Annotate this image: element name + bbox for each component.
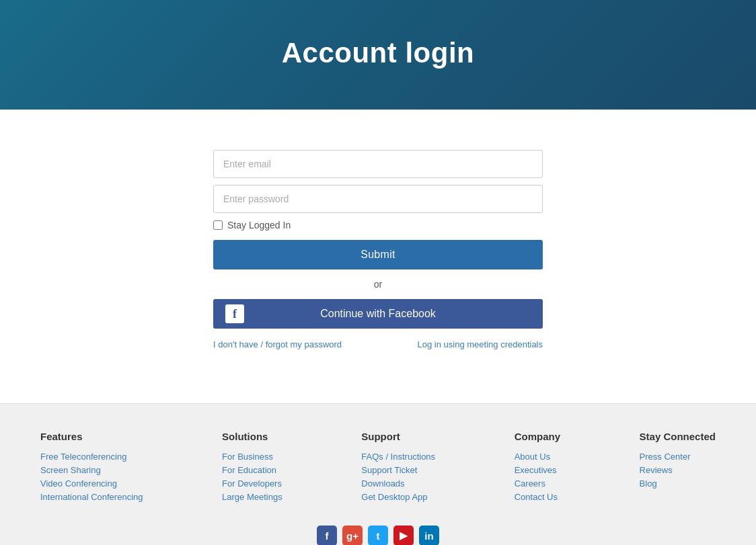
footer-columns: FeaturesFree TeleconferencingScreen Shar… (40, 431, 716, 505)
linkedin-icon[interactable]: in (419, 526, 439, 545)
stay-logged-in-label: Stay Logged In (227, 220, 291, 230)
facebook-login-button[interactable]: f Continue with Facebook (213, 299, 543, 329)
footer-column: SupportFAQs / InstructionsSupport Ticket… (361, 431, 435, 505)
youtube-icon[interactable]: ▶ (393, 526, 414, 545)
footer-column: FeaturesFree TeleconferencingScreen Shar… (40, 431, 143, 505)
footer-column-heading: Support (361, 431, 435, 442)
footer-link[interactable]: Blog (640, 478, 716, 489)
facebook-icon[interactable]: f (317, 526, 337, 545)
footer-column-heading: Company (515, 431, 560, 442)
footer-link[interactable]: Free Teleconferencing (40, 452, 143, 462)
google-plus-icon[interactable]: g+ (342, 526, 363, 545)
twitter-icon[interactable]: t (368, 526, 388, 545)
footer-column-heading: Stay Connected (640, 431, 716, 442)
footer-link[interactable]: About Us (515, 452, 560, 462)
footer-link[interactable]: Executives (515, 465, 560, 475)
footer-link[interactable]: Downloads (361, 478, 435, 489)
page-header: Account login (0, 0, 756, 110)
email-input[interactable] (213, 150, 543, 178)
password-input[interactable] (213, 185, 543, 213)
footer-column: SolutionsFor BusinessFor EducationFor De… (222, 431, 282, 505)
footer-link[interactable]: Large Meetings (222, 492, 282, 502)
footer-column: Stay ConnectedPress CenterReviewsBlog (640, 431, 716, 505)
facebook-btn-label: Continue with Facebook (320, 308, 436, 320)
submit-button[interactable]: Submit (213, 240, 543, 269)
footer: FeaturesFree TeleconferencingScreen Shar… (0, 403, 756, 545)
footer-link[interactable]: For Developers (222, 478, 282, 489)
footer-link[interactable]: Press Center (640, 452, 716, 462)
footer-link[interactable]: FAQs / Instructions (361, 452, 435, 462)
meeting-credentials-link[interactable]: Log in using meeting credentials (418, 339, 543, 349)
footer-column-heading: Solutions (222, 431, 282, 442)
footer-link[interactable]: Get Desktop App (361, 492, 435, 502)
footer-column-heading: Features (40, 431, 143, 442)
footer-link[interactable]: International Conferencing (40, 492, 143, 502)
footer-link[interactable]: Screen Sharing (40, 465, 143, 475)
footer-link[interactable]: Contact Us (515, 492, 560, 502)
login-form: Stay Logged In Submit or f Continue with… (213, 150, 543, 349)
footer-social: fg+t▶in (40, 526, 716, 545)
stay-logged-in-row: Stay Logged In (213, 220, 543, 230)
footer-link[interactable]: Video Conferencing (40, 478, 143, 489)
footer-link[interactable]: For Business (222, 452, 282, 462)
page-title: Account login (13, 37, 743, 69)
footer-column: CompanyAbout UsExecutivesCareersContact … (515, 431, 560, 505)
forgot-password-link[interactable]: I don't have / forgot my password (213, 339, 342, 349)
stay-logged-in-checkbox[interactable] (213, 220, 223, 230)
footer-link[interactable]: Careers (515, 478, 560, 489)
facebook-icon: f (225, 304, 244, 323)
footer-link[interactable]: For Education (222, 465, 282, 475)
main-content: Stay Logged In Submit or f Continue with… (0, 110, 756, 403)
footer-link[interactable]: Reviews (640, 465, 716, 475)
links-row: I don't have / forgot my password Log in… (213, 339, 543, 349)
or-divider: or (213, 279, 543, 290)
footer-link[interactable]: Support Ticket (361, 465, 435, 475)
